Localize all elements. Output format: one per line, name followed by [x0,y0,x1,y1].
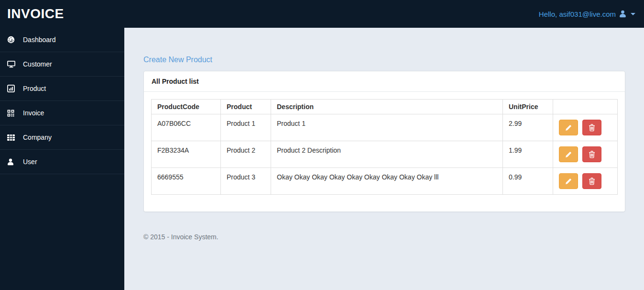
table-header-row: ProductCode Product Description UnitPric… [152,100,618,114]
product-code-cell: 6669555 [152,168,221,195]
description-cell: Okay Okay Okay Okay Okay Okay Okay Okay … [271,168,503,195]
header-product: Product [221,100,271,114]
trash-icon [589,151,595,158]
pencil-icon [565,124,572,131]
sidebar-item-label: Dashboard [23,36,56,44]
user-icon [619,10,626,18]
unit-price-cell: 1.99 [503,141,553,168]
description-cell: Product 2 Description [271,141,503,168]
delete-button[interactable] [582,146,601,162]
sidebar-item-product[interactable]: Product [0,77,124,101]
sidebar-item-user[interactable]: User [0,150,124,174]
copyright-footer: © 2015 - Invoice System. [143,233,625,241]
trash-icon [589,178,595,185]
product-table: ProductCode Product Description UnitPric… [151,99,618,195]
product-code-cell: F2B3234A [152,141,221,168]
desktop-icon [7,61,19,68]
sidebar-item-label: Customer [23,60,52,68]
table-row: A07B06CC Product 1 Product 1 2.99 [152,114,618,141]
edit-button[interactable] [559,173,578,189]
pencil-icon [565,151,572,158]
product-list-panel: All Product list ProductCode Product Des… [143,71,625,212]
sidebar-item-label: Company [23,134,52,141]
product-cell: Product 2 [221,141,271,168]
person-icon [7,158,19,166]
app-logo[interactable]: INVOICE [0,6,64,22]
description-cell: Product 1 [271,114,503,141]
user-greeting: Hello, asif031@live.com [539,10,616,18]
product-cell: Product 3 [221,168,271,195]
unit-price-cell: 0.99 [503,168,553,195]
qrcode-icon [7,110,19,117]
table-row: F2B3234A Product 2 Product 2 Description… [152,141,618,168]
main-content: Create New Product All Product list Prod… [124,28,644,290]
edit-button[interactable] [559,120,578,135]
sidebar-item-dashboard[interactable]: Dashboard [0,28,124,52]
table-grid-icon [7,134,19,141]
create-new-product-link[interactable]: Create New Product [143,55,212,65]
topbar: INVOICE Hello, asif031@live.com [0,0,644,28]
sidebar: Dashboard Customer Product Invoice Compa… [0,28,124,290]
delete-button[interactable] [582,173,601,189]
actions-cell [553,168,618,195]
panel-title: All Product list [144,71,625,92]
actions-cell [553,114,618,141]
sidebar-item-label: Product [23,85,46,92]
product-cell: Product 1 [221,114,271,141]
actions-cell [553,141,618,168]
sidebar-item-label: Invoice [23,109,44,117]
bar-chart-icon [7,85,19,92]
header-actions [553,100,618,114]
pencil-icon [565,178,572,185]
edit-button[interactable] [559,146,578,162]
sidebar-item-customer[interactable]: Customer [0,52,124,77]
panel-body: ProductCode Product Description UnitPric… [144,92,625,212]
header-product-code: ProductCode [152,100,221,114]
trash-icon [589,124,595,132]
sidebar-item-invoice[interactable]: Invoice [0,101,124,125]
table-row: 6669555 Product 3 Okay Okay Okay Okay Ok… [152,168,618,195]
dashboard-gauge-icon [7,36,19,44]
header-description: Description [271,100,503,114]
product-code-cell: A07B06CC [152,114,221,141]
sidebar-item-company[interactable]: Company [0,125,124,150]
header-unit-price: UnitPrice [503,100,553,114]
unit-price-cell: 2.99 [503,114,553,141]
caret-down-icon [631,13,635,15]
user-menu[interactable]: Hello, asif031@live.com [539,10,644,18]
sidebar-item-label: User [23,158,37,166]
delete-button[interactable] [582,120,601,135]
